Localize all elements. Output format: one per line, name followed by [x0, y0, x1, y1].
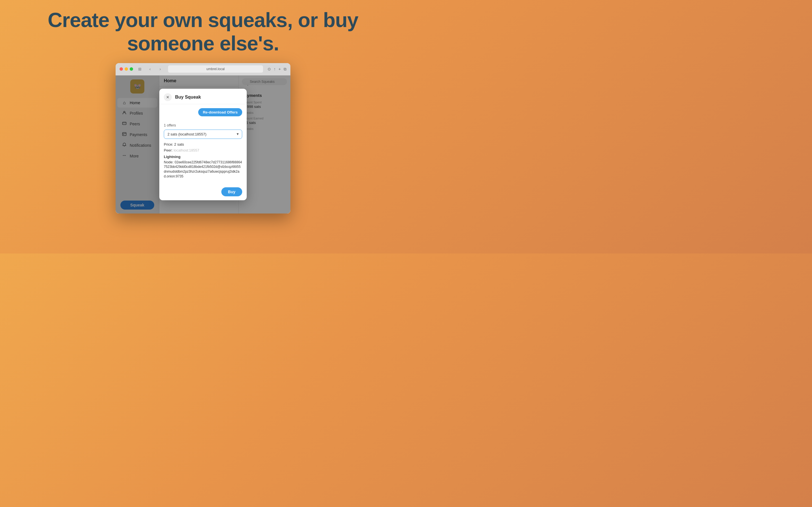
- url-bar[interactable]: umbrel.local: [168, 65, 263, 73]
- node-value: 02ee60cee225fd6748ec7d277311686f88864752…: [164, 160, 242, 178]
- modal-footer: Buy: [159, 184, 247, 200]
- peer-value: localhost:18557: [174, 148, 199, 152]
- peer-row: Peer: localhost:18557: [164, 148, 242, 152]
- sidebar-toggle-icon[interactable]: ⊞: [137, 66, 143, 72]
- download-icon[interactable]: ⊙: [267, 67, 271, 71]
- buy-squeak-modal: ✕ Buy Squeak Re-download Offers 1 offers…: [159, 89, 247, 200]
- offer-select[interactable]: 2 sats (localhost:18557): [164, 129, 242, 139]
- node-label: Node:: [164, 160, 174, 164]
- minimize-button[interactable]: [124, 67, 128, 71]
- offer-select-wrap: 2 sats (localhost:18557) ▼: [164, 129, 242, 139]
- share-icon[interactable]: ↑: [274, 67, 276, 71]
- close-button[interactable]: [119, 67, 123, 71]
- new-tab-icon[interactable]: +: [278, 67, 281, 71]
- modal-overlay[interactable]: ✕ Buy Squeak Re-download Offers 1 offers…: [116, 75, 290, 214]
- price-value: 2 sats: [174, 142, 184, 147]
- fullscreen-button[interactable]: [130, 67, 133, 71]
- hero-line1: Create your own squeaks, or buy: [48, 9, 358, 31]
- back-icon[interactable]: ‹: [147, 66, 153, 72]
- hero-line2: someone else's.: [127, 32, 279, 55]
- modal-title: Buy Squeak: [175, 95, 201, 100]
- modal-body: Re-download Offers 1 offers 2 sats (loca…: [159, 104, 247, 184]
- hero-section: Create your own squeaks, or buy someone …: [48, 8, 358, 55]
- lightning-section: Lightning Node: 02ee60cee225fd6748ec7d27…: [164, 155, 242, 179]
- app-content: 🐭 ⌂ Home Profiles: [116, 75, 290, 214]
- modal-header: ✕ Buy Squeak: [159, 89, 247, 104]
- tabs-icon[interactable]: ⧉: [284, 67, 287, 71]
- forward-icon[interactable]: ›: [157, 66, 163, 72]
- buy-button[interactable]: Buy: [221, 187, 242, 196]
- browser-chrome: ⊞ ‹ › umbrel.local ⊙ ↑ + ⧉: [116, 63, 290, 75]
- modal-close-button[interactable]: ✕: [164, 93, 172, 101]
- browser-right-actions: ⊙ ↑ + ⧉: [267, 67, 287, 71]
- offers-label: 1 offers: [164, 122, 242, 127]
- traffic-lights: [119, 67, 133, 71]
- redownload-offers-button[interactable]: Re-download Offers: [198, 108, 242, 116]
- price-label: Price:: [164, 142, 173, 147]
- url-text: umbrel.local: [206, 67, 225, 71]
- browser-window: ⊞ ‹ › umbrel.local ⊙ ↑ + ⧉ 🐭 ⌂ Home: [116, 63, 290, 214]
- price-row: Price: 2 sats: [164, 142, 242, 147]
- peer-label: Peer:: [164, 148, 172, 152]
- lightning-title: Lightning: [164, 155, 242, 159]
- node-row: Node: 02ee60cee225fd6748ec7d277311686f88…: [164, 160, 242, 179]
